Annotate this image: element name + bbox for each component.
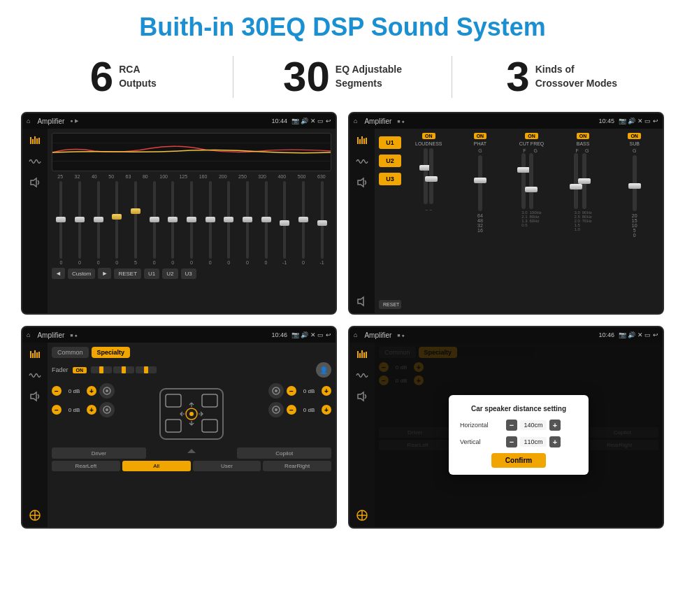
eq-slider-63[interactable]: 5: [129, 181, 142, 265]
nav4-speaker-icon[interactable]: [353, 389, 371, 404]
user-btn[interactable]: User: [193, 461, 261, 471]
fl-db-value: 0 dB: [64, 388, 84, 394]
vertical-plus-btn[interactable]: +: [549, 436, 561, 447]
eq-preset-btn[interactable]: Custom: [68, 268, 96, 279]
eq-slider-500[interactable]: 0: [297, 181, 310, 265]
screen4-time: 10:46: [598, 331, 614, 338]
fr-plus-btn[interactable]: +: [322, 386, 331, 396]
nav3-wave-icon[interactable]: [26, 368, 44, 383]
rearleft-btn[interactable]: RearLeft: [52, 461, 120, 471]
fl-minus-btn[interactable]: −: [52, 386, 62, 396]
nav-eq-icon[interactable]: [26, 133, 44, 148]
horizontal-minus-btn[interactable]: −: [506, 420, 517, 431]
svg-marker-21: [31, 392, 36, 401]
features-row: 6 RCA Outputs 30 EQ Adjustable Segments …: [0, 49, 685, 108]
eq-u3-btn[interactable]: U3: [181, 268, 196, 279]
loudness-on-badge[interactable]: ON: [422, 133, 435, 139]
rr-plus-btn[interactable]: +: [322, 405, 331, 415]
horizontal-value: 140cm: [520, 420, 547, 430]
copilot-btn[interactable]: Copilot: [237, 447, 331, 459]
fl-speaker: [99, 383, 115, 399]
nav4-balance-icon[interactable]: [353, 508, 371, 523]
fader-label-row: Fader ON 👤: [52, 362, 331, 378]
nav2-wave-icon[interactable]: [353, 154, 371, 169]
cutfreq-on-badge[interactable]: ON: [525, 133, 538, 139]
screen4-home-icon[interactable]: ⌂: [354, 331, 357, 338]
sub-label: SUB: [629, 141, 639, 146]
rl-db-control: − 0 dB +: [52, 402, 115, 417]
screen2-reset-btn[interactable]: RESET: [379, 300, 401, 309]
eq-slider-250[interactable]: 0: [241, 181, 254, 265]
vertical-minus-btn[interactable]: −: [506, 436, 517, 447]
eq-slider-25[interactable]: 0: [55, 181, 67, 265]
eq-slider-40[interactable]: 0: [92, 181, 105, 265]
driver-btn[interactable]: Driver: [52, 447, 146, 459]
svg-rect-30: [166, 394, 181, 407]
sub-on-badge[interactable]: ON: [628, 133, 641, 139]
nav2-volume-icon[interactable]: [353, 294, 371, 309]
rl-speaker: [99, 402, 115, 417]
eq-prev-btn[interactable]: ◄: [52, 268, 65, 279]
svg-point-37: [275, 389, 277, 392]
feature-eq: 30 EQ Adjustable Segments: [247, 56, 438, 98]
phat-on-badge[interactable]: ON: [474, 133, 487, 139]
screen1-home-icon[interactable]: ⌂: [27, 117, 30, 124]
eq-u1-btn[interactable]: U1: [144, 268, 159, 279]
eq-slider-320[interactable]: 0: [260, 181, 273, 265]
eq-slider-200[interactable]: 0: [222, 181, 235, 265]
horizontal-plus-btn[interactable]: +: [549, 420, 561, 431]
vertical-stepper: − 110cm +: [506, 436, 561, 447]
nav2-speaker-icon[interactable]: [353, 175, 371, 190]
eq-slider-630[interactable]: -1: [316, 181, 329, 265]
screen2-status-bar: ⌂ Amplifier ■ ● 10:45 📷 🔊 ✕ ▭ ↩: [349, 113, 663, 129]
rr-minus-btn[interactable]: −: [287, 405, 296, 415]
ctrl-phat: ON PHAT G 64 48 32 16: [456, 133, 505, 309]
eq-reset-btn[interactable]: RESET: [114, 268, 141, 279]
fader-on-toggle[interactable]: ON: [73, 367, 87, 373]
eq-slider-100[interactable]: 0: [166, 181, 179, 265]
eq-slider-80[interactable]: 0: [148, 181, 161, 265]
eq-u2-btn[interactable]: U2: [162, 268, 178, 279]
eq-next-btn[interactable]: ►: [98, 268, 111, 279]
screen2-home-icon[interactable]: ⌂: [354, 117, 357, 124]
u1-button[interactable]: U1: [379, 136, 401, 149]
rl-minus-btn[interactable]: −: [52, 405, 62, 415]
svg-rect-33: [202, 420, 217, 432]
rl-plus-btn[interactable]: +: [87, 405, 96, 415]
eq-slider-400[interactable]: -1: [278, 181, 291, 265]
confirm-button[interactable]: Confirm: [491, 453, 546, 468]
screen3-home-icon[interactable]: ⌂: [27, 331, 30, 338]
eq-slider-160[interactable]: 0: [204, 181, 217, 265]
specialty-tab[interactable]: Specialty: [92, 347, 131, 358]
nav3-speaker-icon[interactable]: [26, 389, 44, 404]
profile-icon[interactable]: 👤: [316, 362, 331, 378]
feature-rca: 6 RCA Outputs: [28, 56, 219, 98]
nav4-wave-icon[interactable]: [353, 368, 371, 383]
u3-button[interactable]: U3: [379, 173, 401, 185]
nav4-eq-icon[interactable]: [353, 347, 371, 362]
screen4-main: Common Specialty − 0 dB + −: [375, 343, 663, 527]
eq-slider-32[interactable]: 0: [73, 181, 86, 265]
eq-slider-50[interactable]: 0: [110, 181, 123, 265]
nav-wave-icon[interactable]: [26, 154, 44, 169]
feature-rca-number: 6: [90, 56, 113, 98]
svg-rect-32: [166, 420, 181, 432]
eq-sliders[interactable]: 0 0 0 0 5: [52, 181, 331, 265]
bass-on-badge[interactable]: ON: [577, 133, 590, 139]
eq-slider-125[interactable]: 0: [185, 181, 198, 265]
nav2-eq-icon[interactable]: [353, 133, 371, 148]
all-btn[interactable]: All: [122, 461, 191, 471]
feature-divider-2: [452, 56, 452, 98]
common-tab[interactable]: Common: [52, 347, 89, 358]
fl-plus-btn[interactable]: +: [87, 386, 96, 396]
u2-button[interactable]: U2: [379, 155, 401, 167]
nav-speaker-icon[interactable]: [26, 175, 44, 190]
svg-rect-41: [359, 353, 361, 358]
nav3-balance-icon[interactable]: [26, 508, 44, 523]
nav3-eq-icon[interactable]: [26, 347, 44, 362]
fr-minus-btn[interactable]: −: [287, 386, 296, 396]
svg-point-35: [189, 412, 194, 416]
feature-crossover-number: 3: [506, 56, 529, 98]
rearright-btn[interactable]: RearRight: [263, 461, 331, 471]
feature-eq-text2: Segments: [336, 77, 402, 91]
